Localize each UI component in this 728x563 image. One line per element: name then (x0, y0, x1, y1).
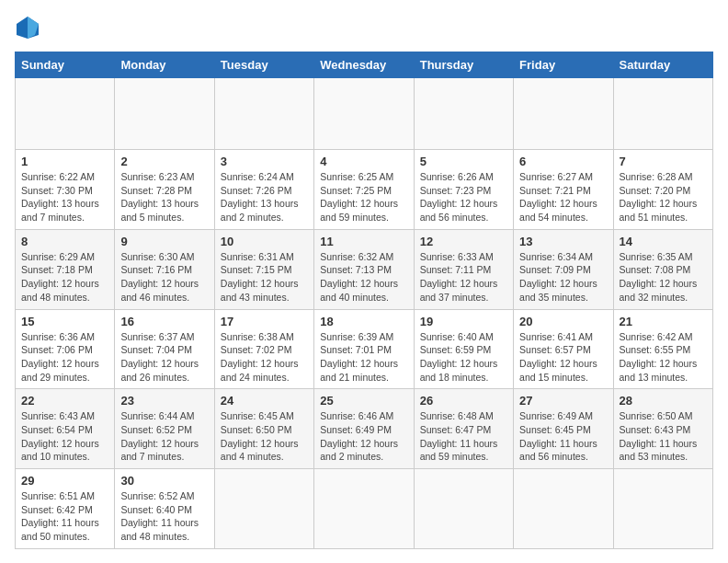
week-row-5: 22Sunrise: 6:43 AMSunset: 6:54 PMDayligh… (16, 389, 713, 469)
day-cell (314, 469, 414, 549)
day-detail: Sunrise: 6:44 AMSunset: 6:52 PMDaylight:… (120, 409, 208, 464)
day-number: 4 (320, 155, 407, 168)
day-cell: 30Sunrise: 6:52 AMSunset: 6:40 PMDayligh… (115, 469, 214, 549)
day-number: 2 (120, 155, 208, 168)
calendar-table: SundayMondayTuesdayWednesdayThursdayFrid… (15, 52, 713, 549)
day-cell: 15Sunrise: 6:36 AMSunset: 7:06 PMDayligh… (16, 309, 115, 389)
day-cell: 16Sunrise: 6:37 AMSunset: 7:04 PMDayligh… (115, 309, 214, 389)
day-number: 9 (120, 235, 208, 248)
day-number: 11 (320, 235, 407, 248)
header-cell-friday: Friday (514, 52, 613, 78)
day-detail: Sunrise: 6:25 AMSunset: 7:25 PMDaylight:… (320, 170, 407, 224)
day-detail: Sunrise: 6:49 AMSunset: 6:45 PMDaylight:… (519, 409, 607, 464)
day-detail: Sunrise: 6:43 AMSunset: 6:54 PMDaylight:… (21, 409, 108, 464)
day-detail: Sunrise: 6:48 AMSunset: 6:47 PMDaylight:… (420, 409, 507, 464)
day-cell: 18Sunrise: 6:39 AMSunset: 7:01 PMDayligh… (314, 309, 414, 389)
day-number: 30 (120, 474, 208, 488)
day-cell: 20Sunrise: 6:41 AMSunset: 6:57 PMDayligh… (514, 309, 613, 389)
day-detail: Sunrise: 6:42 AMSunset: 6:55 PMDaylight:… (620, 330, 707, 385)
header-row: SundayMondayTuesdayWednesdayThursdayFrid… (16, 52, 713, 78)
week-row-1 (16, 78, 713, 150)
header-cell-saturday: Saturday (613, 52, 712, 78)
day-number: 18 (320, 315, 407, 328)
day-number: 3 (221, 155, 308, 168)
day-cell (613, 469, 712, 549)
day-detail: Sunrise: 6:27 AMSunset: 7:21 PMDaylight:… (519, 170, 607, 224)
day-cell: 9Sunrise: 6:30 AMSunset: 7:16 PMDaylight… (115, 229, 214, 309)
day-cell (613, 78, 712, 150)
day-detail: Sunrise: 6:31 AMSunset: 7:15 PMDaylight:… (221, 250, 308, 304)
day-number: 28 (620, 394, 707, 408)
day-cell (314, 78, 414, 150)
day-detail: Sunrise: 6:28 AMSunset: 7:20 PMDaylight:… (620, 170, 707, 224)
logo-icon (15, 15, 40, 40)
day-cell: 29Sunrise: 6:51 AMSunset: 6:42 PMDayligh… (16, 469, 115, 549)
day-detail: Sunrise: 6:29 AMSunset: 7:18 PMDaylight:… (21, 250, 108, 304)
day-detail: Sunrise: 6:46 AMSunset: 6:49 PMDaylight:… (320, 409, 407, 464)
day-cell: 5Sunrise: 6:26 AMSunset: 7:23 PMDaylight… (414, 150, 513, 230)
day-number: 21 (620, 315, 707, 328)
day-detail: Sunrise: 6:51 AMSunset: 6:42 PMDaylight:… (21, 489, 108, 544)
day-detail: Sunrise: 6:24 AMSunset: 7:26 PMDaylight:… (221, 170, 308, 224)
day-number: 8 (21, 235, 108, 248)
day-detail: Sunrise: 6:45 AMSunset: 6:50 PMDaylight:… (221, 409, 308, 464)
header-cell-tuesday: Tuesday (214, 52, 313, 78)
header-cell-wednesday: Wednesday (314, 52, 414, 78)
day-detail: Sunrise: 6:52 AMSunset: 6:40 PMDaylight:… (120, 489, 208, 544)
day-cell: 6Sunrise: 6:27 AMSunset: 7:21 PMDaylight… (514, 150, 613, 230)
day-detail: Sunrise: 6:41 AMSunset: 6:57 PMDaylight:… (519, 330, 607, 385)
day-number: 19 (420, 315, 507, 328)
header-cell-thursday: Thursday (414, 52, 513, 78)
day-detail: Sunrise: 6:23 AMSunset: 7:28 PMDaylight:… (120, 170, 208, 224)
day-detail: Sunrise: 6:30 AMSunset: 7:16 PMDaylight:… (120, 250, 208, 304)
week-row-3: 8Sunrise: 6:29 AMSunset: 7:18 PMDaylight… (16, 229, 713, 309)
day-cell: 28Sunrise: 6:50 AMSunset: 6:43 PMDayligh… (613, 389, 712, 469)
day-number: 7 (620, 155, 707, 168)
day-number: 29 (21, 474, 108, 488)
day-cell: 4Sunrise: 6:25 AMSunset: 7:25 PMDaylight… (314, 150, 414, 230)
day-detail: Sunrise: 6:37 AMSunset: 7:04 PMDaylight:… (120, 330, 208, 385)
day-number: 22 (21, 394, 108, 408)
day-number: 26 (420, 394, 507, 408)
day-detail: Sunrise: 6:34 AMSunset: 7:09 PMDaylight:… (519, 250, 607, 304)
day-number: 25 (320, 394, 407, 408)
day-number: 1 (21, 155, 108, 168)
day-cell: 1Sunrise: 6:22 AMSunset: 7:30 PMDaylight… (16, 150, 115, 230)
day-number: 13 (519, 235, 607, 248)
day-cell (514, 78, 613, 150)
day-cell: 3Sunrise: 6:24 AMSunset: 7:26 PMDaylight… (214, 150, 313, 230)
day-number: 23 (120, 394, 208, 408)
day-detail: Sunrise: 6:40 AMSunset: 6:59 PMDaylight:… (420, 330, 507, 385)
day-cell: 25Sunrise: 6:46 AMSunset: 6:49 PMDayligh… (314, 389, 414, 469)
day-number: 24 (221, 394, 308, 408)
day-cell (414, 78, 513, 150)
day-cell: 7Sunrise: 6:28 AMSunset: 7:20 PMDaylight… (613, 150, 712, 230)
day-cell (16, 78, 115, 150)
day-detail: Sunrise: 6:36 AMSunset: 7:06 PMDaylight:… (21, 330, 108, 385)
day-number: 16 (120, 315, 208, 328)
day-cell: 17Sunrise: 6:38 AMSunset: 7:02 PMDayligh… (214, 309, 313, 389)
header-cell-sunday: Sunday (16, 52, 115, 78)
day-detail: Sunrise: 6:22 AMSunset: 7:30 PMDaylight:… (21, 170, 108, 224)
day-detail: Sunrise: 6:35 AMSunset: 7:08 PMDaylight:… (620, 250, 707, 304)
day-cell (514, 469, 613, 549)
day-cell (214, 78, 313, 150)
day-cell: 13Sunrise: 6:34 AMSunset: 7:09 PMDayligh… (514, 229, 613, 309)
day-cell: 8Sunrise: 6:29 AMSunset: 7:18 PMDaylight… (16, 229, 115, 309)
week-row-6: 29Sunrise: 6:51 AMSunset: 6:42 PMDayligh… (16, 469, 713, 549)
day-number: 10 (221, 235, 308, 248)
day-cell: 14Sunrise: 6:35 AMSunset: 7:08 PMDayligh… (613, 229, 712, 309)
logo (15, 15, 44, 40)
day-cell: 23Sunrise: 6:44 AMSunset: 6:52 PMDayligh… (115, 389, 214, 469)
day-cell: 2Sunrise: 6:23 AMSunset: 7:28 PMDaylight… (115, 150, 214, 230)
day-cell: 24Sunrise: 6:45 AMSunset: 6:50 PMDayligh… (214, 389, 313, 469)
day-detail: Sunrise: 6:26 AMSunset: 7:23 PMDaylight:… (420, 170, 507, 224)
day-cell: 12Sunrise: 6:33 AMSunset: 7:11 PMDayligh… (414, 229, 513, 309)
day-cell: 22Sunrise: 6:43 AMSunset: 6:54 PMDayligh… (16, 389, 115, 469)
day-cell (115, 78, 214, 150)
day-cell: 19Sunrise: 6:40 AMSunset: 6:59 PMDayligh… (414, 309, 513, 389)
day-detail: Sunrise: 6:33 AMSunset: 7:11 PMDaylight:… (420, 250, 507, 304)
day-number: 12 (420, 235, 507, 248)
day-number: 20 (519, 315, 607, 328)
day-number: 27 (519, 394, 607, 408)
